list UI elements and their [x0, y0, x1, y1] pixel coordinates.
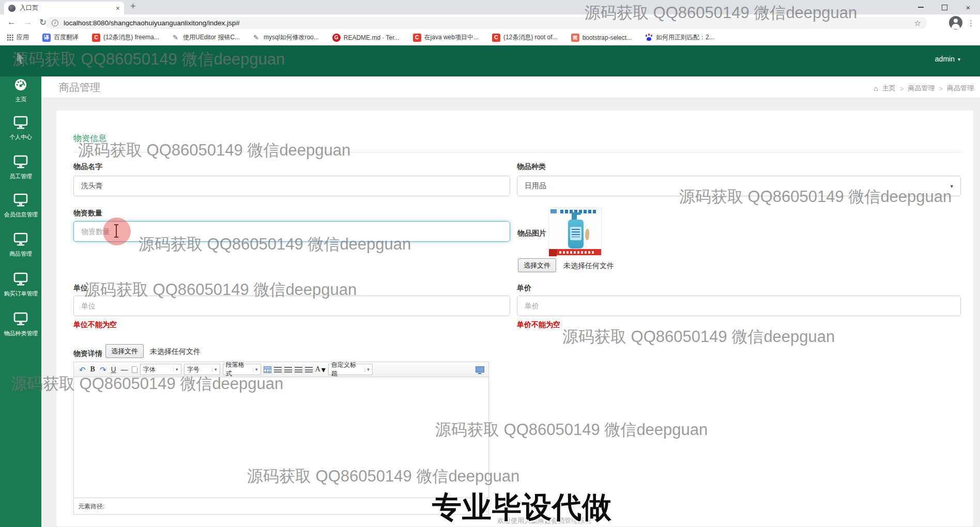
sidebar-item-label: 会员信息管理 — [4, 211, 38, 218]
align-left-icon[interactable] — [274, 367, 282, 373]
bookmark-label: (12条消息) freema... — [103, 33, 159, 42]
sidebar-item-label: 个人中心 — [9, 133, 32, 141]
url-text[interactable]: localhost:8080/shangchaohuiyuanguanlixit… — [64, 19, 909, 27]
browser-menu-icon[interactable]: ⋮ — [967, 19, 975, 28]
sidebar — [0, 76, 41, 527]
underline-icon[interactable]: U — [110, 365, 117, 374]
sidebar-item-label: 购买订单管理 — [4, 290, 38, 297]
bookmark-item[interactable]: C (12条消息) freema... — [92, 33, 159, 42]
sidebar-item-staff[interactable]: 员工管理 — [0, 155, 41, 180]
bookmark-item[interactable]: C 在java web项目中... — [413, 33, 479, 42]
fullscreen-icon[interactable] — [476, 366, 484, 373]
app-header — [0, 45, 980, 76]
breadcrumb-section[interactable]: 商品管理 — [908, 84, 935, 93]
product-photo — [548, 208, 602, 257]
monitor-icon — [13, 312, 28, 326]
breadcrumb-home[interactable]: 主页 — [882, 84, 896, 93]
sidebar-item-label: 商品管理 — [9, 250, 32, 257]
bookmark-label: 应用 — [17, 33, 29, 42]
breadcrumb-current: 商品管理 — [947, 84, 974, 93]
bookmark-item[interactable]: 如何用正则匹配：2... — [645, 33, 714, 42]
editor-toolbar: ↶ B ↷ U — 字体 ▾ 字号 ▾ 段落格式 ▾ A — [74, 362, 488, 377]
home-icon: ⌂ — [874, 84, 878, 92]
monitor-icon — [13, 193, 28, 207]
align-center-icon[interactable] — [295, 367, 302, 373]
sidebar-item-orders[interactable]: 购买订单管理 — [0, 272, 41, 298]
screen: 入口页 × + × ← → ↻ i localhost:8080/shangch… — [0, 0, 980, 527]
font-family-label: 字体 — [143, 365, 156, 374]
bookmark-item[interactable]: 简 bootstrap-select... — [571, 34, 632, 42]
window-minimize-icon[interactable] — [909, 0, 932, 14]
quantity-input[interactable] — [73, 221, 510, 242]
breadcrumb: ⌂ 主页 > 商品管理 > 商品管理 — [874, 84, 974, 93]
url-omnibox[interactable]: i localhost:8080/shangchaohuiyuanguanlix… — [45, 17, 927, 29]
font-color-button[interactable]: A ▾ — [315, 365, 326, 375]
window-close-icon[interactable]: × — [956, 0, 980, 14]
bookmark-label: bootstrap-select... — [583, 34, 632, 41]
forward-icon[interactable]: → — [23, 17, 32, 27]
bookmark-label: 如何用正则匹配：2... — [656, 33, 714, 42]
image-file-button[interactable]: 选择文件 — [518, 258, 556, 272]
user-menu[interactable]: admin ▾ — [935, 55, 960, 63]
sidebar-item-home[interactable]: 主页 — [0, 78, 41, 103]
image-file-status: 未选择任何文件 — [563, 261, 614, 271]
sidebar-item-profile[interactable]: 个人中心 — [0, 116, 41, 141]
tab-close-icon[interactable]: × — [116, 5, 120, 12]
horizontal-rule-icon[interactable]: — — [120, 365, 129, 374]
bookmark-item[interactable]: C (12条消息) root of... — [492, 33, 558, 42]
font-family-dropdown[interactable]: 字体 ▾ — [140, 364, 181, 375]
paragraph-format-dropdown[interactable]: 段落格式 ▾ — [223, 364, 261, 375]
chevron-down-icon: ▾ — [212, 367, 217, 372]
bookmark-label: 在java web项目中... — [424, 33, 479, 42]
undo-icon[interactable]: ↶ — [78, 365, 87, 374]
back-icon[interactable]: ← — [7, 17, 16, 27]
insert-table-icon[interactable] — [264, 366, 271, 373]
tab-title: 入口页 — [20, 4, 112, 12]
bold-icon[interactable]: B — [89, 365, 96, 374]
browser-tab[interactable]: 入口页 × — [4, 2, 124, 14]
align-right-icon[interactable] — [284, 367, 292, 373]
item-name-input[interactable] — [73, 176, 510, 196]
bookmark-star-icon[interactable]: ☆ — [914, 19, 921, 28]
bookmarks-bar: 应用 译 百度翻译 C (12条消息) freema... ✎ 使用UEdito… — [0, 30, 980, 45]
font-size-dropdown[interactable]: 字号 ▾ — [184, 364, 220, 375]
font-color-icon: A — [315, 365, 320, 374]
price-input[interactable] — [517, 296, 961, 316]
align-justify-icon[interactable] — [305, 367, 313, 373]
detail-file-status: 未选择任何文件 — [150, 347, 201, 357]
pen-icon: ✎ — [253, 34, 261, 41]
bookmark-label: 使用UEditor 报错C... — [183, 33, 240, 42]
sidebar-item-products[interactable]: 商品管理 — [0, 233, 41, 258]
window-restore-icon[interactable] — [932, 0, 956, 14]
rich-text-editor: ↶ B ↷ U — 字体 ▾ 字号 ▾ 段落格式 ▾ A — [73, 362, 489, 515]
bookmark-item[interactable]: 译 百度翻译 — [42, 33, 79, 42]
sidebar-item-categories[interactable]: 物品种类管理 — [0, 312, 41, 337]
profile-avatar[interactable] — [949, 16, 962, 29]
brand-cursor-icon — [16, 52, 26, 65]
custom-title-label: 自定义标题 — [331, 361, 362, 378]
bookmark-item[interactable]: G README.md · Ter... — [332, 34, 400, 42]
jianshu-icon: 简 — [571, 34, 579, 42]
paragraph-format-label: 段落格式 — [226, 361, 250, 378]
click-marker — [103, 218, 131, 245]
bookmark-item[interactable]: ✎ mysql如何修改roo... — [253, 33, 319, 42]
font-size-label: 字号 — [187, 365, 200, 374]
site-info-icon[interactable]: i — [52, 20, 58, 26]
new-document-icon[interactable] — [132, 366, 137, 373]
unit-input[interactable] — [73, 296, 510, 316]
bookmark-item[interactable]: ✎ 使用UEditor 报错C... — [173, 33, 240, 42]
item-type-select[interactable]: 日用品 ▾ — [517, 176, 961, 196]
detail-file-button[interactable]: 选择文件 — [105, 344, 144, 358]
fieldset-legend: 物资信息 — [73, 133, 106, 144]
unit-label: 单位 — [73, 284, 88, 293]
sidebar-item-members[interactable]: 会员信息管理 — [0, 193, 41, 219]
redo-icon[interactable]: ↷ — [99, 365, 108, 374]
chevron-down-icon: ▾ — [958, 56, 960, 62]
ad-overlay-text: 专业毕设代做 — [432, 488, 612, 527]
new-tab-button[interactable]: + — [130, 1, 136, 12]
custom-title-dropdown[interactable]: 自定义标题 ▾ — [328, 364, 373, 375]
window-controls: × — [909, 0, 980, 14]
dashboard-icon — [13, 78, 28, 92]
bookmark-apps[interactable]: 应用 — [7, 33, 29, 42]
editor-content-area[interactable] — [74, 377, 488, 498]
